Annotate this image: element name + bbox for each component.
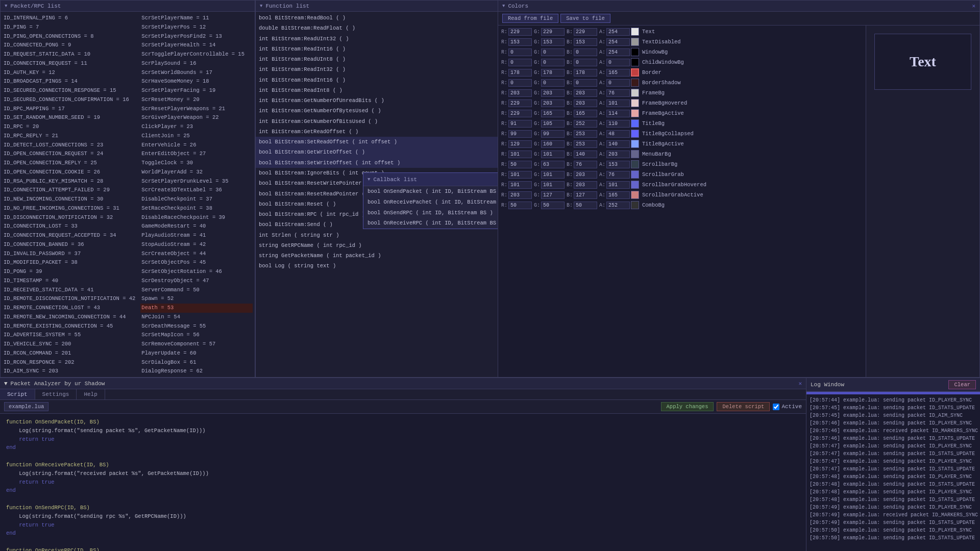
g-input[interactable] [541,69,565,77]
function-item[interactable]: bool BitStream:SetWriteOffset ( int offs… [256,158,498,168]
b-input[interactable] [574,151,597,158]
color-swatch[interactable] [631,130,639,138]
a-input[interactable] [606,79,630,87]
packet-left-item[interactable]: ID_CONNECTION_ATTEMPT_FAILED = 29 [3,186,136,195]
function-item[interactable]: int BitStream:ReadUInt32 ( ) [256,34,498,44]
packet-left-item[interactable]: ID_BROADCAST_PINGS = 14 [3,77,136,86]
packet-left-item[interactable]: ID_AIM_SYNC = 203 [3,367,136,376]
colors-close-icon[interactable]: ✕ [972,3,975,9]
packet-left-item[interactable]: ID_RPC_REPLY = 21 [3,132,136,141]
packet-left-item[interactable]: ID_RCON_COMMAND = 201 [3,349,136,358]
active-label[interactable]: Active [773,404,802,410]
packet-right-item[interactable]: NPCJoin = 54 [140,313,253,322]
packet-left-item[interactable]: ID_CONNECTED_PONG = 9 [3,41,136,50]
a-input[interactable] [606,28,630,36]
r-input[interactable] [508,202,532,209]
function-item[interactable]: int BitStream:GetReadOffset ( ) [256,127,498,137]
packet-right-item[interactable]: ScrSetObjectRotation = 46 [140,267,253,277]
b-input[interactable] [574,79,597,87]
function-item[interactable]: int BitStream:ReadInt16 ( ) [256,75,498,85]
tab-help[interactable]: Help [77,389,105,399]
packet-right-item[interactable]: Spawn = 52 [140,294,253,304]
apply-changes-button[interactable]: Apply changes [661,402,714,411]
g-input[interactable] [541,89,565,97]
tab-settings[interactable]: Settings [35,389,77,399]
packet-right-item[interactable]: PlayerUpdate = 60 [140,349,253,358]
color-swatch[interactable] [631,191,639,199]
r-input[interactable] [508,140,532,148]
r-input[interactable] [508,120,532,128]
r-input[interactable] [508,38,532,46]
packet-left-item[interactable]: ID_PONG = 39 [3,267,136,277]
packet-left-item[interactable]: ID_CONNECTION_BANNED = 36 [3,240,136,249]
r-input[interactable] [508,59,532,66]
b-input[interactable] [574,130,597,138]
r-input[interactable] [508,99,532,107]
packet-left-item[interactable]: ID_SECURED_CONNECTION_CONFIRMATION = 16 [3,95,136,105]
b-input[interactable] [574,140,597,148]
a-input[interactable] [606,161,630,168]
packet-right-item[interactable]: ScrRemoveComponent = 57 [140,340,253,349]
color-swatch[interactable] [631,181,639,189]
save-to-file-button[interactable]: Save to file [560,14,610,23]
a-input[interactable] [606,110,630,117]
packet-right-item[interactable]: ScrDialogBox = 61 [140,358,253,367]
packet-left-item[interactable]: ID_WEAPONS_UPDATE = 204 [3,376,136,377]
packet-right-item[interactable]: ServerCommand = 50 [140,286,253,295]
packet-right-item[interactable]: ScrHaveSomeMoney = 18 [140,77,253,86]
packet-left-item[interactable]: ID_SECURED_CONNECTION_RESPONSE = 15 [3,86,136,95]
b-input[interactable] [574,28,597,36]
function-item[interactable]: int BitStream:ReadInt32 ( ) [256,64,498,74]
packet-left-item[interactable]: ID_REMOTE_CONNECTION_LOST = 43 [3,304,136,313]
packet-right-item[interactable]: GameModeRestart = 40 [140,222,253,231]
g-input[interactable] [541,181,565,189]
function-item[interactable]: bool Log ( string text ) [256,261,498,271]
g-input[interactable] [541,59,565,66]
packet-right-item[interactable]: Death = 53 [140,304,253,313]
function-item[interactable]: int Strlen ( string str ) [256,230,498,240]
packet-right-item[interactable]: ClickPlayer = 23 [140,122,253,132]
packet-left-item[interactable]: ID_SET_RANDOM_NUMBER_SEED = 19 [3,113,136,122]
color-swatch[interactable] [631,68,639,77]
color-swatch[interactable] [631,170,639,179]
function-item[interactable]: string GetPacketName ( int packet_id ) [256,251,498,261]
g-input[interactable] [541,140,565,148]
packet-left-item[interactable]: ID_REMOTE_EXISTING_CONNECTION = 45 [3,322,136,331]
b-input[interactable] [574,48,597,56]
code-editor[interactable]: function OnSendPacket(ID, BS) Log(string… [0,414,806,551]
packet-right-item[interactable]: ScrResetPlayerWeapons = 21 [140,105,253,114]
a-input[interactable] [606,130,630,138]
color-swatch[interactable] [631,119,639,128]
packet-right-item[interactable]: EnterVehicle = 26 [140,141,253,150]
color-swatch[interactable] [631,140,639,148]
a-input[interactable] [606,48,630,56]
packet-left-item[interactable]: ID_NEW_INCOMING_CONNECTION = 30 [3,195,136,204]
packet-right-item[interactable]: ScrSetPlayerHealth = 14 [140,41,253,50]
b-input[interactable] [574,161,597,168]
packet-right-item[interactable]: ScrDestroyObject = 47 [140,277,253,286]
active-checkbox[interactable] [773,404,779,410]
b-input[interactable] [574,202,597,209]
packet-left-item[interactable]: ID_RECEIVED_STATIC_DATA = 41 [3,286,136,295]
function-item[interactable]: int BitStream:GetNumberOfBitsUsed ( ) [256,116,498,127]
packet-right-item[interactable]: StopAudioStream = 42 [140,240,253,249]
packet-right-item[interactable]: ScrSetPlayerFacing = 19 [140,86,253,95]
a-input[interactable] [606,151,630,158]
b-input[interactable] [574,171,597,179]
packet-left-item[interactable]: ID_TIMESTAMP = 40 [3,277,136,286]
a-input[interactable] [606,191,630,199]
packet-left-item[interactable]: ID_RPC_MAPPING = 17 [3,105,136,114]
r-input[interactable] [508,69,532,77]
color-swatch[interactable] [631,58,639,66]
g-input[interactable] [541,130,565,138]
g-input[interactable] [541,48,565,56]
packet-left-item[interactable]: ID_OPEN_CONNECTION_REPLY = 25 [3,159,136,168]
read-from-file-button[interactable]: Read from file [502,14,558,23]
packet-right-item[interactable]: ScrDeathMessage = 55 [140,322,253,331]
function-item[interactable]: double BitStream:ReadFloat ( ) [256,23,498,33]
packet-left-item[interactable]: ID_PING_OPEN_CONNECTIONS = 8 [3,32,136,41]
b-input[interactable] [574,191,597,199]
packet-right-item[interactable]: WorldPlayerAdd = 32 [140,168,253,177]
packet-right-item[interactable]: ScrSetPlayerPosFind2 = 13 [140,32,253,41]
b-input[interactable] [574,89,597,97]
